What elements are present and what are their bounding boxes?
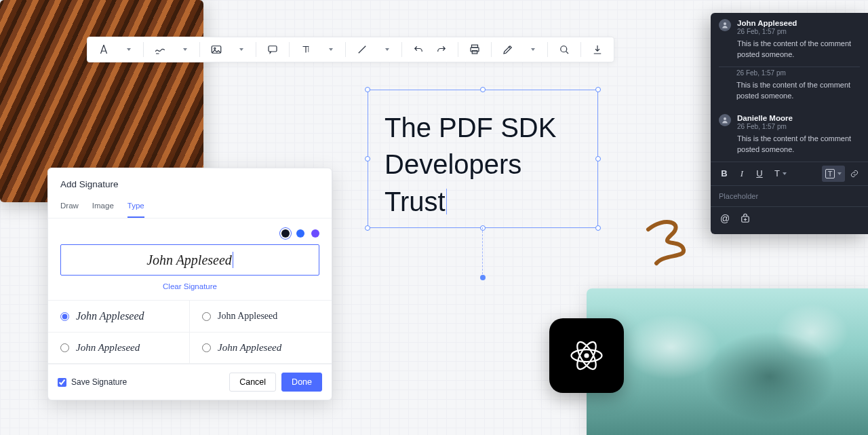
comments-panel: John Appleseed 26 Feb, 1:57 pm This is t… xyxy=(711,13,868,234)
hero-text-box[interactable]: The PDF SDK Developers Trust xyxy=(368,90,598,228)
underline-button[interactable]: U xyxy=(751,166,768,182)
font-sample: John Appleseed xyxy=(218,311,277,322)
avatar-icon xyxy=(719,19,731,31)
color-swatch-blue[interactable] xyxy=(296,229,304,238)
avatar-icon xyxy=(719,114,731,126)
emoji-button[interactable] xyxy=(739,212,751,225)
text-style-button[interactable]: T xyxy=(769,166,792,182)
font-option-1[interactable]: John Appleseed xyxy=(190,301,332,333)
comment-timestamp: 26 Feb, 1:57 pm xyxy=(737,123,860,130)
compass-icon[interactable] xyxy=(96,41,112,58)
save-signature-checkbox[interactable]: Save Signature xyxy=(58,377,127,387)
image-icon[interactable] xyxy=(208,41,224,58)
svg-rect-2 xyxy=(269,46,277,52)
italic-button[interactable]: I xyxy=(734,166,750,182)
comment-text: This is the content of the comment poste… xyxy=(737,134,860,155)
font-radio[interactable] xyxy=(60,312,69,321)
clear-signature-link[interactable]: Clear Signature xyxy=(60,276,319,293)
print-icon[interactable] xyxy=(467,41,483,58)
comment-text: This is the content of the comment poste… xyxy=(736,80,860,102)
line-dropdown[interactable] xyxy=(377,41,393,58)
toolbar-separator xyxy=(143,42,144,57)
svg-line-3 xyxy=(359,46,366,54)
font-option-0[interactable]: John Appleseed xyxy=(48,301,190,333)
image-dropdown[interactable] xyxy=(231,41,248,58)
text-highlight-button[interactable]: T xyxy=(822,166,845,182)
font-radio[interactable] xyxy=(202,343,211,352)
font-radio[interactable] xyxy=(60,343,69,352)
comment-input[interactable]: Placeholder xyxy=(711,185,868,206)
resize-handle[interactable] xyxy=(480,225,486,231)
tab-draw[interactable]: Draw xyxy=(60,196,79,218)
resize-handle[interactable] xyxy=(365,87,370,92)
cancel-button[interactable]: Cancel xyxy=(229,373,276,392)
resize-handle[interactable] xyxy=(480,87,486,92)
text-icon[interactable] xyxy=(298,41,314,58)
color-swatch-black[interactable] xyxy=(281,229,290,238)
font-option-2[interactable]: John Appleseed xyxy=(48,333,190,364)
comment-placeholder: Placeholder xyxy=(719,192,758,200)
redo-icon[interactable] xyxy=(433,41,450,58)
comment-timestamp: 26 Feb, 1:57 pm xyxy=(736,69,860,77)
rotate-stem xyxy=(482,227,483,278)
line-icon[interactable] xyxy=(354,41,370,58)
mention-button[interactable]: @ xyxy=(719,212,731,225)
tab-type[interactable]: Type xyxy=(127,196,144,218)
freehand-dropdown[interactable] xyxy=(175,41,191,58)
toolbar-separator xyxy=(401,42,402,57)
text-dropdown[interactable] xyxy=(321,41,337,58)
search-icon[interactable] xyxy=(556,41,572,58)
toolbar-separator xyxy=(458,42,458,57)
download-icon[interactable] xyxy=(589,41,606,58)
resize-handle[interactable] xyxy=(595,225,601,231)
done-button[interactable]: Done xyxy=(281,373,322,392)
toolbar-separator xyxy=(580,42,581,57)
toolbar-separator xyxy=(491,42,492,57)
svg-point-13 xyxy=(724,22,726,25)
signature-type-input[interactable]: John Appleseed xyxy=(60,244,319,276)
resize-handle[interactable] xyxy=(595,156,601,162)
format-toolbar: B I U T T xyxy=(711,162,868,185)
text-cursor xyxy=(233,252,233,268)
comment-reply[interactable]: 26 Feb, 1:57 pm This is the content of t… xyxy=(711,67,868,108)
save-checkbox[interactable] xyxy=(58,378,66,387)
signature-font-options: John Appleseed John Appleseed John Apple… xyxy=(48,300,332,364)
svg-rect-6 xyxy=(472,51,477,54)
comment-item[interactable]: Danielle Moore 26 Feb, 1:57 pm This is t… xyxy=(711,108,868,162)
freehand-icon[interactable] xyxy=(152,41,168,58)
resize-handle[interactable] xyxy=(595,87,601,92)
compass-dropdown[interactable] xyxy=(119,41,135,58)
font-radio[interactable] xyxy=(202,312,211,321)
svg-point-9 xyxy=(584,353,589,358)
edit-dropdown[interactable] xyxy=(523,41,539,58)
comment-text: This is the content of the comment poste… xyxy=(737,39,860,60)
comment-icon[interactable] xyxy=(264,41,281,58)
text-cursor xyxy=(446,189,447,214)
bold-button[interactable]: B xyxy=(716,166,732,182)
color-picker xyxy=(60,229,319,238)
comment-timestamp: 26 Feb, 1:57 pm xyxy=(737,28,860,35)
save-label: Save Signature xyxy=(71,377,127,387)
tab-image[interactable]: Image xyxy=(92,196,114,218)
link-button[interactable] xyxy=(846,166,863,182)
resize-handle[interactable] xyxy=(365,156,370,162)
signature-tabs: Draw Image Type xyxy=(48,196,332,219)
undo-icon[interactable] xyxy=(410,41,427,58)
color-swatch-purple[interactable] xyxy=(311,229,319,238)
font-sample: John Appleseed xyxy=(76,310,144,322)
decorative-mountain-image xyxy=(587,288,868,435)
main-toolbar xyxy=(87,37,614,62)
rotate-handle[interactable] xyxy=(480,275,486,280)
toolbar-separator xyxy=(256,42,256,57)
edit-icon[interactable] xyxy=(500,41,516,58)
resize-handle[interactable] xyxy=(365,225,370,231)
font-option-3[interactable]: John Appleseed xyxy=(190,333,332,364)
comment-author: John Appleseed xyxy=(737,19,860,27)
freehand-annotation xyxy=(644,216,697,269)
comment-item[interactable]: John Appleseed 26 Feb, 1:57 pm This is t… xyxy=(711,13,868,67)
svg-point-14 xyxy=(724,117,726,120)
comment-actions: @ xyxy=(711,206,868,230)
signature-dialog: Add Signature Draw Image Type John Apple… xyxy=(47,168,332,400)
font-sample: John Appleseed xyxy=(218,342,281,354)
toolbar-separator xyxy=(199,42,200,57)
